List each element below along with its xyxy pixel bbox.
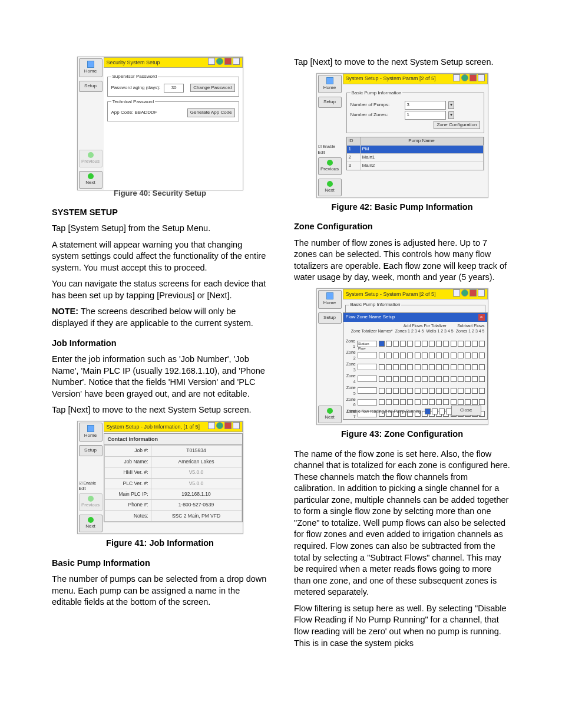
zone-checkbox[interactable] [429,376,435,382]
zone-checkbox[interactable] [393,353,399,358]
zone-checkbox[interactable] [386,399,392,405]
zone-checkbox[interactable] [451,341,457,347]
zone-checkbox[interactable] [393,364,399,370]
job-name-value[interactable]: American Lakes [151,456,242,467]
zone-checkbox[interactable] [479,364,485,370]
next-button[interactable]: Next [79,515,103,532]
zone-name-input[interactable] [358,387,377,394]
zone-checkbox[interactable] [429,364,435,370]
zone-checkbox[interactable] [400,341,406,347]
zone-checkbox[interactable] [400,353,406,358]
num-zones-select[interactable]: 1 [405,111,446,120]
zone-checkbox[interactable] [443,376,449,382]
zone-checkbox[interactable] [458,353,464,358]
zone-checkbox[interactable] [472,388,478,394]
disable-flow-checkbox[interactable] [432,409,438,414]
zone-checkbox[interactable] [436,376,442,382]
zone-checkbox[interactable] [415,341,421,347]
zone-checkbox[interactable] [415,388,421,394]
home-button[interactable]: Home [318,290,342,309]
next-button[interactable]: Next [318,179,342,196]
zone-checkbox[interactable] [415,399,421,405]
enable-edit-checkbox[interactable]: ☑ Enable Edit [78,480,104,492]
zone-checkbox[interactable] [386,353,392,358]
zone-checkbox[interactable] [451,353,457,358]
zone-checkbox[interactable] [465,388,471,394]
home-button[interactable]: Home [318,75,342,94]
zone-checkbox[interactable] [472,341,478,347]
zone-checkbox[interactable] [472,376,478,382]
zone-checkbox[interactable] [465,364,471,370]
zone-checkbox[interactable] [400,399,406,405]
chevron-down-icon[interactable]: ▾ [448,111,454,119]
zone-checkbox[interactable] [379,341,385,347]
next-button[interactable]: Next [79,171,103,189]
zone-name-input[interactable] [358,399,377,406]
zone-checkbox[interactable] [479,388,485,394]
zone-checkbox[interactable] [407,388,413,394]
zone-checkbox[interactable] [422,376,428,382]
setup-button[interactable]: Setup [318,97,342,108]
zone-checkbox[interactable] [458,376,464,382]
table-row[interactable]: 1PM [347,145,484,153]
zone-checkbox[interactable] [436,399,442,405]
zone-checkbox[interactable] [400,364,406,370]
zone-checkbox[interactable] [422,353,428,358]
notes-value[interactable]: SSC 2 Main, PM VFD [151,510,242,521]
zone-checkbox[interactable] [472,353,478,358]
zone-checkbox[interactable] [393,388,399,394]
zone-checkbox[interactable] [465,341,471,347]
zone-checkbox[interactable] [451,364,457,370]
zone-checkbox[interactable] [379,399,385,405]
chevron-down-icon[interactable]: ▾ [448,101,454,109]
zone-checkbox[interactable] [479,353,485,358]
close-icon[interactable]: × [478,314,485,321]
change-password-button[interactable]: Change Password [190,84,234,92]
num-pumps-select[interactable]: 3 [405,101,446,110]
zone-checkbox[interactable] [422,388,428,394]
zone-checkbox[interactable] [393,376,399,382]
zone-checkbox[interactable] [465,353,471,358]
zone-checkbox[interactable] [415,376,421,382]
setup-button[interactable]: Setup [79,445,103,456]
zone-checkbox[interactable] [386,376,392,382]
disable-flow-checkbox[interactable] [439,409,445,414]
zone-checkbox[interactable] [458,388,464,394]
zone-checkbox[interactable] [429,399,435,405]
next-button[interactable]: Next [318,406,342,423]
zone-name-input[interactable] [358,352,377,358]
zone-checkbox[interactable] [415,353,421,358]
zone-checkbox[interactable] [407,364,413,370]
zone-checkbox[interactable] [436,353,442,358]
zone-checkbox[interactable] [472,364,478,370]
zone-checkbox[interactable] [443,341,449,347]
zone-checkbox[interactable] [443,353,449,358]
zone-checkbox[interactable] [386,341,392,347]
zone-checkbox[interactable] [379,353,385,358]
zone-checkbox[interactable] [465,376,471,382]
setup-button[interactable]: Setup [79,81,103,92]
zone-checkbox[interactable] [407,399,413,405]
zone-checkbox[interactable] [407,376,413,382]
zone-checkbox[interactable] [429,341,435,347]
table-row[interactable]: 3Main2 [347,162,484,170]
zone-name-input[interactable] [358,364,377,370]
zone-checkbox[interactable] [422,399,428,405]
home-button[interactable]: Home [79,423,103,442]
previous-button[interactable]: Previous [79,150,103,167]
zone-checkbox[interactable] [451,388,457,394]
enable-edit-checkbox[interactable]: ☑ Enable Edit [317,144,343,155]
zone-checkbox[interactable] [458,341,464,347]
generate-app-code-button[interactable]: Generate App Code [187,108,235,117]
setup-button[interactable]: Setup [318,312,342,324]
phone-value[interactable]: 1-800-527-0539 [151,500,242,510]
zone-checkbox[interactable] [458,364,464,370]
zone-checkbox[interactable] [386,364,392,370]
zone-checkbox[interactable] [436,388,442,394]
zone-checkbox[interactable] [386,388,392,394]
zone-checkbox[interactable] [443,399,449,405]
zone-checkbox[interactable] [415,364,421,370]
zone-checkbox[interactable] [429,353,435,358]
zone-name-input[interactable] [358,375,377,382]
close-button[interactable]: Close [451,406,481,416]
